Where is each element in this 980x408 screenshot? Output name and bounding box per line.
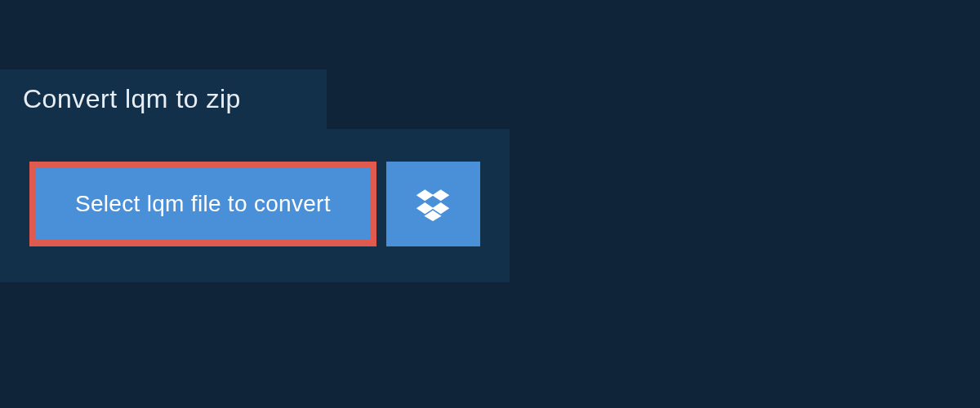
page-title: Convert lqm to zip — [23, 84, 241, 113]
select-file-button[interactable]: Select lqm file to convert — [29, 162, 376, 246]
upload-panel: Select lqm file to convert — [0, 129, 510, 282]
dropbox-icon — [415, 185, 451, 224]
page-title-tab: Convert lqm to zip — [0, 69, 327, 129]
select-file-label: Select lqm file to convert — [75, 191, 331, 217]
dropbox-button[interactable] — [386, 162, 480, 246]
